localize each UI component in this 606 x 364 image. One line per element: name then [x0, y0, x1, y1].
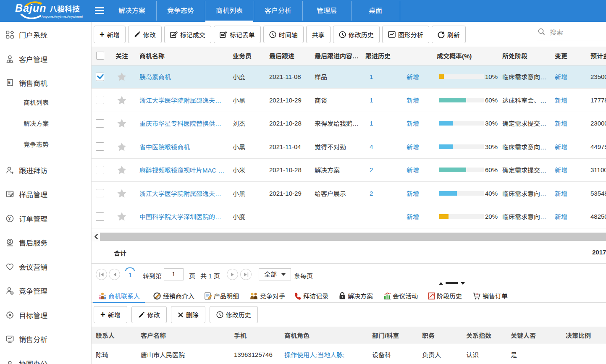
svg-text:¥: ¥ — [8, 80, 10, 85]
svg-text:Anyone,Anytime,Anywhere!: Anyone,Anytime,Anywhere! — [42, 15, 83, 18]
svg-text:¥: ¥ — [8, 216, 11, 221]
svg-text:Bajun: Bajun — [15, 2, 46, 14]
svg-text:八骏科技: 八骏科技 — [50, 3, 80, 14]
